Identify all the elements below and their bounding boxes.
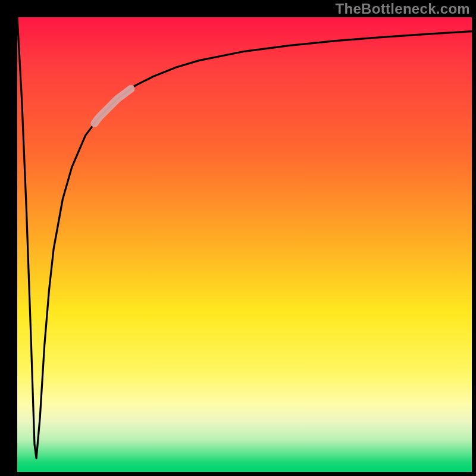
curve-highlight-path bbox=[95, 89, 131, 123]
chart-frame: TheBottleneck.com bbox=[0, 0, 476, 476]
bottleneck-curve-path bbox=[17, 17, 472, 458]
plot-area bbox=[17, 17, 472, 472]
watermark-text: TheBottleneck.com bbox=[336, 1, 470, 17]
curve-svg bbox=[17, 17, 472, 472]
